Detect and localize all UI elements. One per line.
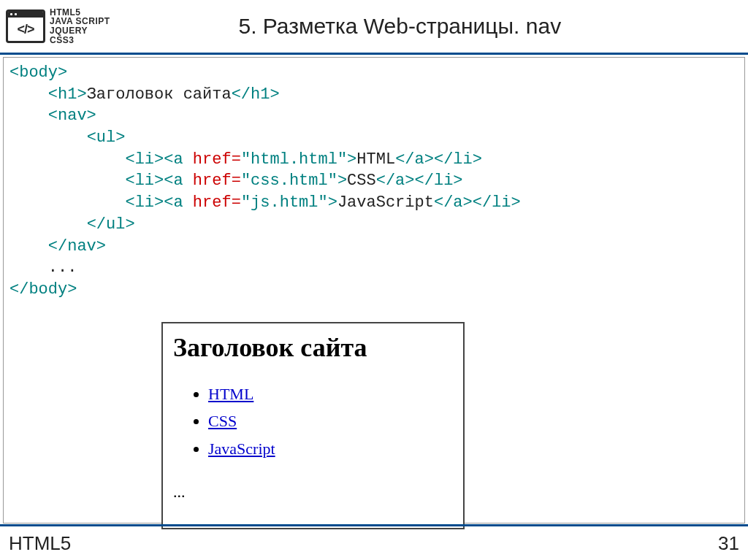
code-icon: </> (6, 9, 45, 43)
code-token: </a> (395, 150, 434, 169)
code-token: <a (164, 172, 183, 190)
code-token: <a (164, 193, 183, 212)
slide-title: 5. Разметка Web-страницы. nav (110, 14, 741, 39)
code-block: <body> <h1>Заголовок сайта</h1> <nav> <u… (9, 62, 739, 301)
code-token: </body> (9, 280, 77, 299)
code-token: <li> (125, 172, 164, 190)
list-item: CSS (208, 407, 453, 434)
code-text: Заголовок сайта (87, 85, 232, 104)
preview-link-js[interactable]: JavaScript (208, 440, 275, 458)
content-area: <body> <h1>Заголовок сайта</h1> <nav> <u… (3, 57, 745, 523)
code-text: JavaScript (337, 193, 434, 212)
preview-heading: Заголовок сайта (173, 332, 453, 363)
code-token: </nav> (48, 237, 106, 256)
slide: </> HTML5 JAVA SCRIPT JQUERY CSS3 5. Раз… (0, 0, 748, 560)
code-token: "css.html" (241, 172, 337, 190)
code-attr: href= (183, 172, 241, 190)
code-token: "js.html" (241, 193, 328, 212)
code-token: <a (164, 150, 183, 169)
code-token: > (347, 150, 356, 169)
code-token: <li> (125, 150, 164, 169)
preview-list: HTML CSS JavaScript (173, 380, 453, 462)
logo-block: </> HTML5 JAVA SCRIPT JQUERY CSS3 (6, 8, 110, 45)
preview-link-css[interactable]: CSS (208, 412, 237, 430)
code-icon-glyph: </> (8, 18, 43, 41)
code-attr: href= (183, 193, 241, 212)
code-token: </li> (434, 150, 482, 169)
preview-dots: ... (173, 483, 453, 502)
code-token: </li> (473, 193, 521, 212)
page-number: 31 (718, 532, 739, 555)
code-text: ... (48, 258, 77, 277)
preview-box: Заголовок сайта HTML CSS JavaScript ... (161, 322, 465, 529)
code-token: </li> (415, 172, 463, 190)
footer-left: HTML5 (9, 532, 71, 555)
slide-footer: HTML5 31 (0, 524, 748, 560)
code-token: "html.html" (241, 150, 347, 169)
code-text: HTML (356, 150, 395, 169)
code-token: </a> (376, 172, 415, 190)
logo-text: HTML5 JAVA SCRIPT JQUERY CSS3 (50, 8, 110, 45)
code-token: </h1> (232, 85, 280, 104)
code-token: <li> (125, 193, 164, 212)
preview-link-html[interactable]: HTML (208, 385, 253, 403)
code-token: > (337, 172, 347, 190)
code-token: > (328, 193, 337, 212)
code-token: <h1> (48, 85, 87, 104)
code-text: CSS (347, 172, 376, 190)
code-token: <body> (9, 64, 67, 82)
code-token: </a> (434, 193, 473, 212)
code-token: <nav> (48, 107, 96, 125)
code-attr: href= (183, 150, 241, 169)
code-token: <ul> (87, 129, 126, 147)
code-token: </ul> (87, 215, 135, 234)
slide-header: </> HTML5 JAVA SCRIPT JQUERY CSS3 5. Раз… (0, 0, 748, 55)
list-item: JavaScript (208, 435, 453, 462)
list-item: HTML (208, 380, 453, 407)
